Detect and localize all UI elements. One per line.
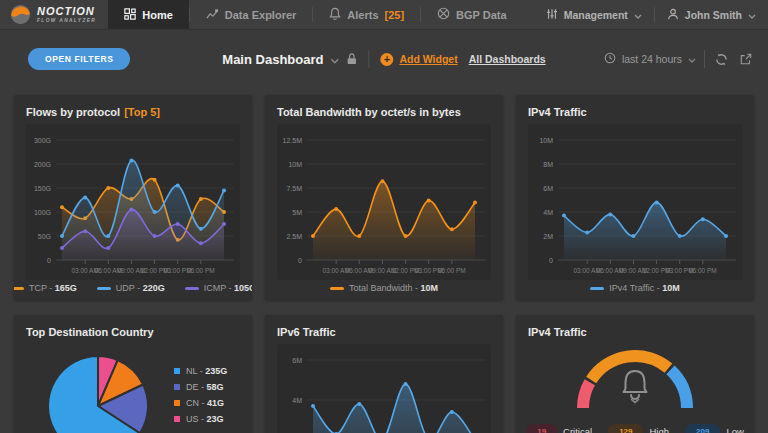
- svg-text:200G: 200G: [34, 161, 51, 168]
- user-menu[interactable]: John Smith: [655, 0, 768, 29]
- add-widget-button[interactable]: + Add Widget: [380, 53, 457, 66]
- widget-ipv6-traffic: IPv6 Traffic 6M4M2M003:00 AM06:00 AM09:0…: [265, 315, 503, 433]
- brand-subtitle: FLOW ANALYZER: [37, 19, 96, 24]
- svg-text:06:00 PM: 06:00 PM: [187, 267, 215, 274]
- chart-legend: TCP - 165GUDP - 220GICMP - 105G: [26, 283, 240, 293]
- legend-item[interactable]: CN - 41G: [174, 398, 227, 408]
- nav-item-alerts[interactable]: Alerts [25]: [313, 0, 420, 29]
- svg-text:300G: 300G: [34, 137, 51, 144]
- widget-flows-by-protocol: Flows by protocol[Top 5] 300G200G150G100…: [14, 95, 252, 300]
- widget-title: IPv6 Traffic: [277, 323, 491, 344]
- svg-text:10M: 10M: [539, 137, 553, 144]
- gauge-threshold-badges: 19Critical129High209Low: [528, 424, 742, 433]
- flows-by-protocol-chart: 300G200G150G100G50G003:00 AM06:00 AM09:0…: [26, 124, 240, 280]
- brand-logo[interactable]: NOCTION FLOW ANALYZER: [0, 0, 108, 29]
- chart-legend: IPv4 Traffic - 10M: [528, 283, 742, 293]
- widget-title: IPv4 Traffic: [528, 323, 742, 344]
- svg-text:4M: 4M: [292, 397, 302, 404]
- clock-icon: [604, 52, 616, 66]
- svg-text:2M: 2M: [543, 233, 553, 240]
- svg-text:6M: 6M: [292, 357, 302, 364]
- widget-top-destination-country: Top Destination Country NL - 235GDE - 58…: [14, 315, 252, 433]
- noction-logo-icon: [10, 4, 31, 25]
- gauge-badge-critical: 19Critical: [526, 424, 592, 433]
- bgp-icon: [437, 7, 450, 22]
- widget-title: Top Destination Country: [26, 323, 240, 344]
- svg-text:50G: 50G: [38, 233, 51, 240]
- dashboard-selector[interactable]: Main Dashboard: [222, 50, 357, 68]
- legend-item[interactable]: ICMP - 105G: [185, 283, 252, 293]
- legend-item[interactable]: DE - 58G: [174, 382, 227, 392]
- nav-item-home[interactable]: Home: [108, 0, 189, 29]
- brand-name: NOCTION: [37, 6, 96, 17]
- alerts-count-badge: [25]: [385, 9, 405, 21]
- widget-title: Total Bandwidth by octet/s in bytes: [277, 103, 491, 124]
- toolbar-divider: [368, 50, 369, 68]
- all-dashboards-link[interactable]: All Dashboards: [469, 53, 546, 65]
- chart-legend: Total Bandwidth - 10M: [277, 283, 491, 293]
- legend-item[interactable]: TCP - 165G: [14, 283, 77, 293]
- svg-text:2.5M: 2.5M: [286, 233, 302, 240]
- legend-item[interactable]: Total Bandwidth - 10M: [330, 283, 438, 293]
- total-bandwidth-chart: 12.5M10M7.5M5M2.5M003:00 AM06:00 AM09:00…: [277, 124, 491, 280]
- pie-legend: NL - 235GDE - 58GCN - 41GUS - 23G: [174, 366, 227, 433]
- lock-icon[interactable]: [346, 53, 357, 65]
- svg-text:4M: 4M: [543, 209, 553, 216]
- ipv6-traffic-chart: 6M4M2M003:00 AM06:00 AM09:00 AM12:00 PM0…: [277, 344, 491, 433]
- widget-grid: Flows by protocol[Top 5] 300G200G150G100…: [0, 88, 768, 433]
- nav-item-bgp-data[interactable]: BGP Data: [421, 0, 523, 29]
- open-filters-button[interactable]: OPEN FILTERS: [28, 48, 130, 70]
- svg-text:5M: 5M: [292, 209, 302, 216]
- chart-icon: [206, 8, 219, 22]
- ipv4-traffic-chart: 10M8M6M4M2M003:00 AM06:00 AM09:00 AM12:0…: [528, 124, 742, 280]
- svg-text:0: 0: [549, 257, 553, 264]
- legend-item[interactable]: NL - 235G: [174, 366, 227, 376]
- bell-icon: [329, 7, 341, 22]
- legend-item[interactable]: US - 23G: [174, 414, 227, 424]
- svg-text:7.5M: 7.5M: [286, 185, 302, 192]
- open-external-icon[interactable]: [738, 51, 754, 67]
- svg-text:06:00 PM: 06:00 PM: [689, 267, 717, 274]
- chevron-down-icon: [330, 50, 339, 68]
- svg-text:10M: 10M: [288, 161, 302, 168]
- management-menu[interactable]: Management: [534, 0, 654, 29]
- plus-circle-icon: +: [380, 53, 393, 66]
- gauge-badge-high: 129High: [608, 424, 669, 433]
- ipv4-traffic-gauge: [528, 344, 742, 418]
- toolbar-divider: [704, 50, 705, 68]
- svg-text:06:00 PM: 06:00 PM: [438, 267, 466, 274]
- widget-total-bandwidth: Total Bandwidth by octet/s in bytes 12.5…: [265, 95, 503, 300]
- destination-country-pie-chart: NL - 235GDE - 58GCN - 41GUS - 23G: [26, 344, 240, 433]
- widget-ipv4-traffic-line: IPv4 Traffic 10M8M6M4M2M003:00 AM06:00 A…: [516, 95, 754, 300]
- nav-item-data-explorer[interactable]: Data Explorer: [190, 0, 313, 29]
- time-range-selector[interactable]: last 24 hours: [604, 52, 696, 66]
- top5-badge: [Top 5]: [124, 106, 160, 118]
- sliders-icon: [546, 8, 558, 22]
- svg-text:6M: 6M: [543, 185, 553, 192]
- chevron-down-icon: [748, 9, 756, 21]
- widget-title: Flows by protocol[Top 5]: [26, 103, 240, 124]
- user-icon: [667, 8, 679, 22]
- refresh-icon[interactable]: [713, 51, 730, 68]
- legend-item[interactable]: UDP - 220G: [97, 283, 165, 293]
- chevron-down-icon: [634, 9, 642, 21]
- svg-text:150G: 150G: [34, 185, 51, 192]
- svg-text:100G: 100G: [34, 209, 51, 216]
- user-name: John Smith: [685, 9, 742, 21]
- dashboard-icon: [124, 8, 136, 22]
- bell-icon: [624, 371, 647, 403]
- widget-ipv4-traffic-gauge: IPv4 Traffic 19Critical129High209Low: [516, 315, 754, 433]
- dashboard-title: Main Dashboard: [222, 52, 323, 67]
- widget-title: IPv4 Traffic: [528, 103, 742, 124]
- legend-item[interactable]: IPv4 Traffic - 10M: [590, 283, 679, 293]
- chevron-down-icon: [688, 53, 696, 65]
- svg-text:0: 0: [298, 257, 302, 264]
- svg-text:8M: 8M: [543, 161, 553, 168]
- dashboard-toolbar: OPEN FILTERS Main Dashboard + Add Widget…: [0, 30, 768, 88]
- top-navbar: NOCTION FLOW ANALYZER Home Data Explorer: [0, 0, 768, 30]
- svg-text:0: 0: [47, 257, 51, 264]
- gauge-badge-low: 209Low: [685, 424, 744, 433]
- svg-text:12.5M: 12.5M: [283, 137, 303, 144]
